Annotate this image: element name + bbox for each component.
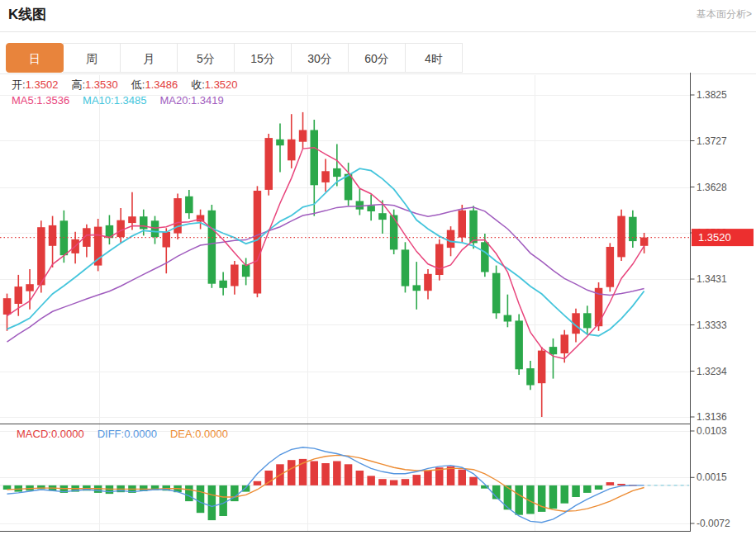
legend-value: 1.3502 xyxy=(26,78,59,91)
legend-label: 开: xyxy=(12,78,26,91)
legend-value: 1.3486 xyxy=(145,78,178,91)
svg-text:1.3520: 1.3520 xyxy=(698,231,731,244)
tab-周[interactable]: 周 xyxy=(63,43,121,73)
legend-value: 0.0000 xyxy=(195,428,228,440)
current-price-badge: 1.3520 xyxy=(692,229,754,246)
ma10-line xyxy=(7,168,644,336)
svg-text:-0.0072: -0.0072 xyxy=(697,518,730,529)
svg-text:1.3234: 1.3234 xyxy=(697,366,727,377)
kline-page: K线图 基本面分析> 日周月5分15分30分60分4时 1.38251.3727… xyxy=(0,0,756,535)
svg-text:1.3727: 1.3727 xyxy=(697,135,727,147)
legend-label: MA10: xyxy=(83,94,114,107)
legend-label: MACD: xyxy=(17,428,51,440)
grid-layer xyxy=(0,75,690,531)
tab-60分[interactable]: 60分 xyxy=(348,43,406,73)
tab-日[interactable]: 日 xyxy=(6,43,64,73)
legend-value: 1.3485 xyxy=(114,94,147,107)
legend-value: 1.3536 xyxy=(36,94,69,107)
tab-15分[interactable]: 15分 xyxy=(234,43,292,73)
tab-月[interactable]: 月 xyxy=(120,43,178,73)
legend-value: 1.3419 xyxy=(191,94,224,107)
legend-label: DEA: xyxy=(170,428,195,440)
ma20-line xyxy=(7,205,644,343)
legend-label: 高: xyxy=(71,78,85,91)
period-tab-bar: 日周月5分15分30分60分4时 xyxy=(7,43,463,73)
legend-value: 0.0000 xyxy=(124,428,157,440)
legend-label: DIFF: xyxy=(97,428,125,440)
macd-histogram xyxy=(3,459,637,520)
legend-value: 1.3530 xyxy=(85,78,118,91)
ma-legend: MA5:1.3536MA10:1.3485MA20:1.3419 xyxy=(12,94,237,107)
svg-text:0.0015: 0.0015 xyxy=(697,471,727,483)
tab-5分[interactable]: 5分 xyxy=(177,43,235,73)
svg-text:1.3628: 1.3628 xyxy=(697,182,727,193)
svg-text:1.3431: 1.3431 xyxy=(697,273,727,285)
svg-text:0.0103: 0.0103 xyxy=(697,425,727,437)
legend-label: 收: xyxy=(191,78,205,91)
legend-value: 0.0000 xyxy=(51,428,84,440)
ohlc-legend: 开:1.3502高:1.3530低:1.3486收:1.3520 xyxy=(12,78,251,92)
legend-label: MA20: xyxy=(159,94,191,107)
macd-legend: MACD:0.0000DIFF:0.0000DEA:0.0000 xyxy=(17,428,241,440)
tab-4时[interactable]: 4时 xyxy=(405,43,463,73)
legend-label: 低: xyxy=(131,78,145,91)
svg-text:1.3136: 1.3136 xyxy=(697,411,727,423)
svg-text:1.3333: 1.3333 xyxy=(697,320,727,331)
legend-label: MA5: xyxy=(12,94,36,107)
svg-text:1.3825: 1.3825 xyxy=(697,89,727,101)
macd-axis-labels: 0.01030.0015-0.0072 xyxy=(691,425,731,529)
tab-30分[interactable]: 30分 xyxy=(291,43,349,73)
legend-value: 1.3520 xyxy=(205,78,238,91)
price-axis-labels: 1.38251.37271.36281.35301.34311.33331.32… xyxy=(691,89,728,423)
